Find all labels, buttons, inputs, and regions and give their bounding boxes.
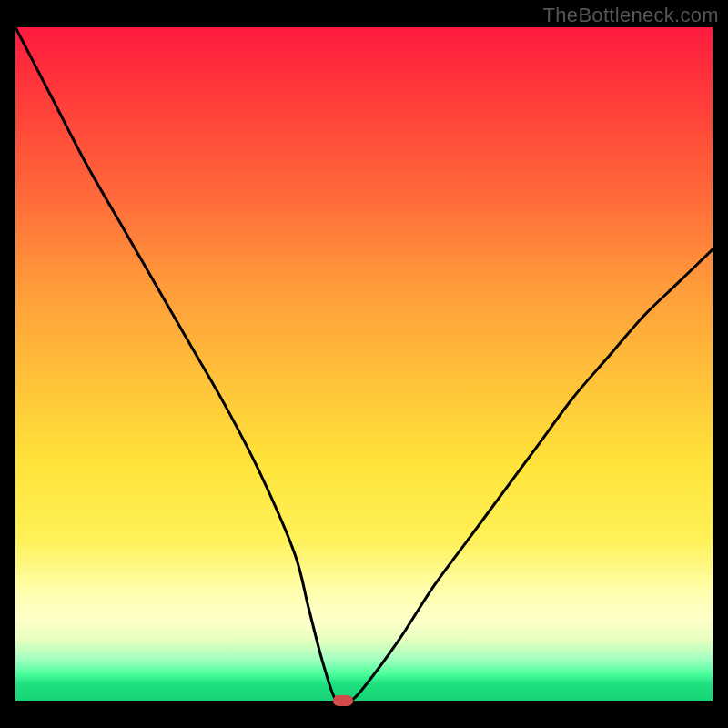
watermark-text: TheBottleneck.com [543,4,719,27]
curve-svg [15,27,713,701]
bottleneck-curve [15,27,713,701]
optimal-marker [333,695,353,706]
plot-area [15,27,713,701]
chart-frame: TheBottleneck.com [0,0,728,728]
